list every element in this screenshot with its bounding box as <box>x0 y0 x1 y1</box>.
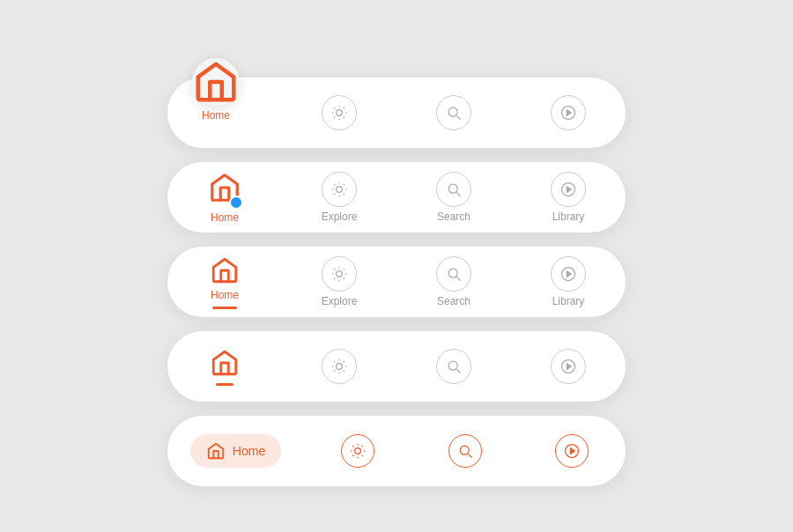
home-pill: Home <box>190 434 281 468</box>
navbar-floating: Home <box>167 78 626 148</box>
svg-line-18 <box>334 184 335 185</box>
search-icon-circle <box>436 95 471 130</box>
home-label-5: Home <box>233 444 265 458</box>
svg-line-5 <box>334 107 335 108</box>
svg-marker-12 <box>567 110 571 116</box>
svg-line-62 <box>468 454 471 457</box>
explore-nav-item-2[interactable]: Explore <box>308 172 370 223</box>
svg-point-35 <box>448 269 457 277</box>
library-icon-circle <box>551 95 586 130</box>
search-nav-item[interactable] <box>423 95 485 130</box>
svg-line-57 <box>352 446 353 447</box>
search-icon-3 <box>436 256 471 292</box>
navbar-dash <box>167 331 626 402</box>
svg-marker-64 <box>570 448 574 454</box>
svg-line-34 <box>344 269 345 270</box>
navbar-pill: Home <box>167 416 626 486</box>
svg-point-22 <box>448 184 457 193</box>
active-underline-bar <box>212 307 237 309</box>
library-nav-item-2[interactable]: Library <box>537 172 599 223</box>
search-icon-2 <box>436 172 471 207</box>
svg-line-31 <box>334 269 335 270</box>
svg-point-13 <box>337 187 343 193</box>
explore-nav-item-5[interactable] <box>327 434 389 468</box>
library-icon-4 <box>551 349 586 384</box>
explore-icon-3 <box>322 256 357 292</box>
home-label-float: Home <box>202 109 230 122</box>
svg-line-60 <box>362 446 363 447</box>
svg-marker-25 <box>567 187 571 193</box>
library-nav-item[interactable] <box>537 95 599 130</box>
search-nav-item-4[interactable] <box>423 349 485 384</box>
explore-nav-item-3[interactable]: Explore <box>308 256 370 307</box>
navbar-badge: Home Explore Search <box>167 162 626 233</box>
svg-line-10 <box>456 115 460 119</box>
search-icon-4 <box>436 349 471 384</box>
svg-line-45 <box>344 371 345 372</box>
svg-point-61 <box>460 446 469 454</box>
svg-marker-51 <box>567 364 571 370</box>
navbar-underline: Home Explore Search <box>167 247 626 317</box>
explore-nav-item[interactable] <box>308 95 370 130</box>
svg-line-46 <box>334 371 335 372</box>
explore-label-3: Explore <box>322 295 358 307</box>
library-icon-5 <box>555 434 589 468</box>
home-nav-item-floating[interactable]: Home <box>192 58 240 122</box>
svg-line-23 <box>456 192 460 196</box>
notification-badge <box>229 196 243 210</box>
library-nav-item-3[interactable]: Library <box>537 256 599 307</box>
home-nav-item-3[interactable]: Home <box>194 255 256 309</box>
svg-point-39 <box>337 364 343 370</box>
home-nav-item-4[interactable] <box>194 348 256 386</box>
library-icon-2 <box>551 172 586 207</box>
explore-nav-item-4[interactable] <box>308 349 370 384</box>
svg-line-44 <box>334 361 335 362</box>
svg-line-21 <box>344 184 345 185</box>
search-nav-item-3[interactable]: Search <box>423 256 485 307</box>
svg-line-8 <box>344 107 345 108</box>
library-label-3: Library <box>552 295 585 307</box>
svg-line-20 <box>334 194 335 195</box>
home-nav-item-5[interactable]: Home <box>190 434 281 468</box>
home-icon-wrapper <box>208 171 241 208</box>
explore-icon-4 <box>322 349 357 384</box>
library-nav-item-4[interactable] <box>537 349 599 384</box>
library-icon-3 <box>551 256 586 292</box>
library-nav-item-5[interactable] <box>541 434 603 468</box>
svg-line-33 <box>334 278 335 279</box>
home-label: Home <box>211 211 239 224</box>
home-icon-5 <box>206 441 226 461</box>
svg-line-32 <box>344 278 345 279</box>
home-icon-float <box>192 58 240 106</box>
svg-point-48 <box>448 361 457 370</box>
svg-point-0 <box>337 110 343 116</box>
svg-line-7 <box>334 117 335 118</box>
library-label-2: Library <box>552 211 585 223</box>
svg-point-52 <box>355 448 361 454</box>
explore-label-2: Explore <box>322 211 358 223</box>
svg-line-6 <box>344 117 345 118</box>
svg-marker-38 <box>567 271 571 277</box>
search-nav-item-5[interactable] <box>434 434 496 468</box>
svg-point-26 <box>337 271 343 277</box>
svg-line-49 <box>456 369 460 373</box>
search-label-3: Search <box>437 295 471 307</box>
active-dash <box>216 383 233 386</box>
home-icon-4 <box>210 348 240 378</box>
explore-icon-2 <box>322 172 357 207</box>
home-icon-3 <box>210 255 240 285</box>
svg-point-9 <box>448 107 457 116</box>
svg-line-59 <box>352 455 353 456</box>
svg-line-58 <box>362 455 363 456</box>
search-label-2: Search <box>437 211 471 223</box>
home-nav-item[interactable]: Home <box>194 171 256 224</box>
svg-line-36 <box>456 277 460 280</box>
search-icon-5 <box>448 434 482 468</box>
explore-icon-5 <box>341 434 374 468</box>
explore-icon-circle <box>322 95 357 130</box>
search-nav-item-2[interactable]: Search <box>423 172 485 223</box>
svg-line-19 <box>344 194 345 195</box>
home-label-3: Home <box>211 289 239 301</box>
svg-line-47 <box>344 361 345 362</box>
